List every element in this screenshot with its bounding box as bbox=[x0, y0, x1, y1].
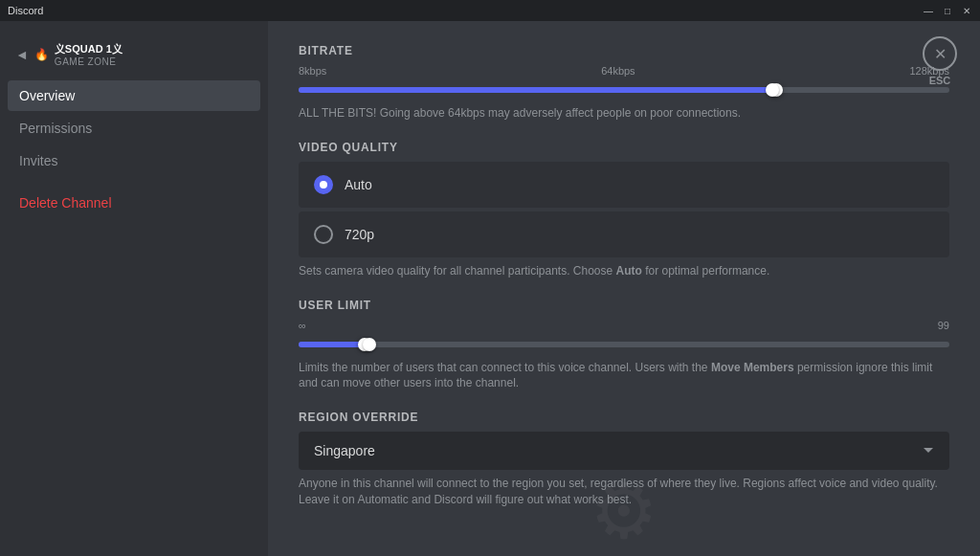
user-limit-desc: Limits the number of users that can conn… bbox=[299, 360, 949, 392]
user-limit-desc-text: Limits the number of users that can conn… bbox=[299, 361, 711, 374]
sidebar-item-permissions[interactable]: Permissions bbox=[8, 113, 260, 144]
delete-channel-button[interactable]: Delete Channel bbox=[8, 188, 260, 218]
bitrate-info-text: ALL THE BITS! Going above 64kbps may adv… bbox=[299, 105, 949, 122]
titlebar: Discord — □ ✕ bbox=[0, 0, 980, 21]
radio-720p-circle bbox=[314, 225, 333, 244]
close-button[interactable]: ✕ bbox=[961, 5, 972, 16]
video-quality-desc-text: Sets camera video quality for all channe… bbox=[299, 264, 616, 278]
video-quality-desc: Sets camera video quality for all channe… bbox=[299, 263, 949, 279]
close-icon: ✕ bbox=[934, 45, 947, 63]
user-limit-label: USER LIMIT bbox=[299, 299, 949, 312]
bitrate-min-label: 8kbps bbox=[299, 65, 326, 77]
user-limit-max-label: 99 bbox=[938, 320, 949, 331]
esc-circle: ✕ bbox=[923, 36, 957, 71]
bitrate-section-label: BITRATE bbox=[299, 44, 949, 57]
video-quality-720p-label: 720p bbox=[345, 227, 374, 242]
fire-icon: 🔥 bbox=[34, 48, 49, 61]
maximize-button[interactable]: □ bbox=[942, 5, 953, 16]
back-arrow-icon[interactable]: ◄ bbox=[15, 47, 29, 62]
user-limit-min-label: ∞ bbox=[299, 320, 306, 331]
content-area: ✕ ESC BITRATE 8kbps 64kbps 128kbps ALL T… bbox=[268, 21, 980, 556]
sidebar-server-header: ◄ 🔥 义SQUAD 1义 GAME ZONE bbox=[8, 36, 260, 73]
esc-button[interactable]: ✕ ESC bbox=[923, 36, 957, 86]
app-container: ◄ 🔥 义SQUAD 1义 GAME ZONE Overview Permiss… bbox=[0, 21, 980, 556]
video-quality-auto-label: Auto bbox=[345, 177, 372, 192]
sidebar-item-overview[interactable]: Overview bbox=[8, 80, 260, 111]
sidebar-item-invites[interactable]: Invites bbox=[8, 145, 260, 176]
server-name: 义SQUAD 1义 bbox=[55, 42, 122, 56]
channel-name: GAME ZONE bbox=[55, 56, 122, 67]
bitrate-slider[interactable] bbox=[299, 87, 949, 93]
server-info: 义SQUAD 1义 GAME ZONE bbox=[55, 42, 122, 67]
video-quality-label: VIDEO QUALITY bbox=[299, 141, 949, 154]
minimize-button[interactable]: — bbox=[923, 5, 934, 16]
bitrate-slider-container bbox=[299, 80, 949, 100]
region-override-label: REGION OVERRIDE bbox=[299, 411, 949, 424]
bitrate-section: BITRATE 8kbps 64kbps 128kbps ALL THE BIT… bbox=[299, 44, 949, 122]
bitrate-mid-label: 64kbps bbox=[601, 65, 635, 77]
gear-watermark: ⚙ bbox=[590, 467, 658, 556]
sidebar: ◄ 🔥 义SQUAD 1义 GAME ZONE Overview Permiss… bbox=[0, 21, 268, 556]
bitrate-labels: 8kbps 64kbps 128kbps bbox=[299, 65, 949, 77]
video-quality-auto-option[interactable]: Auto bbox=[299, 162, 949, 208]
user-limit-slider[interactable] bbox=[299, 342, 949, 347]
video-quality-desc-bold: Auto bbox=[616, 264, 642, 278]
radio-auto-circle bbox=[314, 175, 333, 194]
user-limit-slider-container bbox=[299, 335, 949, 354]
video-quality-desc-text2: for optimal performance. bbox=[642, 264, 769, 278]
window-controls: — □ ✕ bbox=[923, 5, 972, 16]
video-quality-section: VIDEO QUALITY Auto 720p Sets camera vide… bbox=[299, 141, 949, 279]
app-title: Discord bbox=[8, 5, 43, 16]
user-limit-section: USER LIMIT ∞ 99 Limits the number of use… bbox=[299, 299, 949, 392]
video-quality-720p-option[interactable]: 720p bbox=[299, 211, 949, 257]
region-select[interactable]: Singapore Automatic Brazil Europe Hongko… bbox=[299, 432, 949, 470]
user-limit-range-labels: ∞ 99 bbox=[299, 320, 949, 331]
move-members-bold: Move Members bbox=[711, 361, 794, 374]
